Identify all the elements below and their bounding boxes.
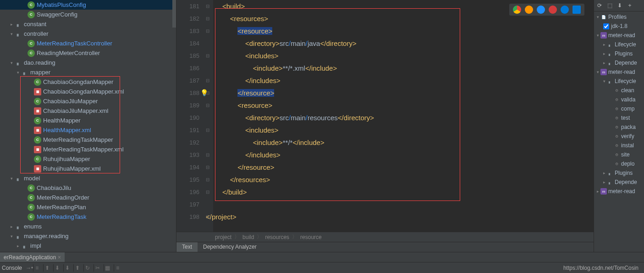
- maven-toolbar: ⟳ ⬚ ⬇ +: [594, 0, 644, 11]
- tree-item-label: ChaobiaoJiluMapper.xml: [43, 107, 108, 114]
- tree-item[interactable]: ▦RuhujihuaMapper.xml: [0, 164, 176, 173]
- maven-item-label: test: [621, 115, 630, 121]
- tree-item[interactable]: ▦ChaobiaoJiluMapper.xml: [0, 106, 176, 116]
- maven-tree-item[interactable]: ▾▖Lifecycle: [594, 77, 644, 86]
- maven-profiles-node[interactable]: ▾📄Profiles: [594, 12, 644, 22]
- console-icon[interactable]: ↻: [83, 264, 91, 272]
- opera-icon[interactable]: [549, 6, 557, 14]
- tree-item[interactable]: CRuhujihuaMapper: [0, 154, 176, 164]
- maven-tree-item[interactable]: ▸mmeter-read: [594, 187, 644, 196]
- console-icon[interactable]: ⬇: [63, 264, 71, 272]
- tree-item[interactable]: CMeterReadingTaskController: [0, 39, 176, 48]
- tree-item[interactable]: ▾▖manager.reading: [0, 231, 176, 241]
- tree-item[interactable]: CMeterReadingTaskMapper: [0, 135, 176, 145]
- gear-icon: ⚙: [613, 96, 620, 103]
- maven-tree-item[interactable]: ▸▖Depende: [594, 58, 644, 67]
- download-icon[interactable]: ⬇: [616, 2, 623, 9]
- tree-item[interactable]: CMeterReadingTask: [0, 212, 176, 222]
- xml-file-icon: ▦: [34, 127, 41, 134]
- tree-item[interactable]: ▦HealthMapper.xml: [0, 125, 176, 135]
- tree-item[interactable]: CMeterReadingPlan: [0, 202, 176, 212]
- maven-tree-item[interactable]: ⚙verify: [594, 132, 644, 141]
- tree-item[interactable]: CChaobiaoJiluMapper: [0, 96, 176, 106]
- add-icon[interactable]: +: [626, 2, 633, 9]
- refresh-icon[interactable]: ⟳: [596, 2, 603, 9]
- safari-icon[interactable]: [537, 6, 545, 14]
- generate-sources-icon[interactable]: ⬚: [606, 2, 613, 9]
- maven-tree-item[interactable]: ⚙test: [594, 113, 644, 123]
- tree-item[interactable]: ▾▖controller: [0, 29, 176, 39]
- maven-tree-item[interactable]: ▾mmeter-read: [594, 31, 644, 40]
- class-icon: C: [34, 156, 41, 163]
- console-icon[interactable]: ✂: [94, 264, 101, 272]
- edge-icon[interactable]: [572, 6, 581, 14]
- tree-item[interactable]: CChaobiaoJilu: [0, 183, 176, 193]
- maven-tree-item[interactable]: ⚙deplo: [594, 159, 644, 168]
- maven-panel[interactable]: ⟳ ⬚ ⬇ + ▾📄Profiles jdk-1.8 ▾mmeter-read▸…: [594, 0, 644, 252]
- run-configuration-tab[interactable]: erReadingApplication ×: [0, 252, 65, 262]
- breadcrumb-item[interactable]: project: [213, 234, 233, 240]
- maven-tree-item[interactable]: ▸▖Plugins: [594, 49, 644, 58]
- ie-icon[interactable]: [561, 6, 569, 14]
- fold-gutter[interactable]: ⊟ ⊟ ⊟ ⊟ ⊟ ⊟ ⊟ ⊟ ⊟ ⊟ ⊟ ⊟ ⊟: [204, 0, 213, 232]
- close-icon[interactable]: ×: [58, 254, 61, 261]
- maven-tree-item[interactable]: ⚙instal: [594, 141, 644, 150]
- maven-tree-item[interactable]: ▸▖Depende: [594, 178, 644, 187]
- breadcrumb-item[interactable]: build: [241, 234, 256, 240]
- tree-item[interactable]: ▾▖dao.reading: [0, 58, 176, 67]
- tree-item[interactable]: CSwaggerConfig: [0, 10, 176, 19]
- folder-icon: ▖: [607, 50, 613, 57]
- console-icon[interactable]: ▦: [104, 264, 111, 272]
- maven-module-icon: m: [600, 32, 607, 39]
- xml-file-icon: ▦: [34, 165, 41, 173]
- tree-item[interactable]: ▾▖mapper: [0, 67, 176, 77]
- gear-icon: ⚙: [613, 115, 620, 121]
- scrollbar-thumb[interactable]: [172, 0, 176, 28]
- code-editor[interactable]: <build> <resources> <resource> <director…: [213, 0, 594, 232]
- firefox-icon[interactable]: [525, 6, 533, 14]
- tree-item[interactable]: CHealthMapper: [0, 116, 176, 125]
- tree-item[interactable]: ▾▖model: [0, 173, 176, 183]
- maven-tree-item[interactable]: ⚙packa: [594, 123, 644, 132]
- console-icon[interactable]: ⬇: [53, 264, 61, 272]
- intention-bulb-icon[interactable]: 💡: [200, 87, 208, 99]
- console-icon[interactable]: ≡: [33, 264, 40, 272]
- tab-text[interactable]: Text: [176, 242, 198, 252]
- console-label: Console: [2, 265, 26, 271]
- breadcrumb-item[interactable]: resources: [263, 234, 291, 240]
- tree-item[interactable]: ▸▖constant: [0, 19, 176, 29]
- tree-item[interactable]: ▦MeterReadingTaskMapper.xml: [0, 145, 176, 154]
- console-icon[interactable]: ⬆: [73, 264, 81, 272]
- gear-icon: ⚙: [613, 106, 620, 112]
- tree-item-label: MeterReadingOrder: [37, 194, 89, 201]
- tree-item[interactable]: ▸▖impl: [0, 241, 176, 251]
- maven-tree-item[interactable]: ▸▖Plugins: [594, 168, 644, 178]
- folder-icon: ▖: [15, 21, 22, 28]
- tree-item[interactable]: CChaobiaoGongdanMapper: [0, 77, 176, 87]
- maven-tree-item[interactable]: ▸▖Lifecycle: [594, 40, 644, 49]
- project-tree-panel[interactable]: CMybatisPlusConfigCSwaggerConfig▸▖consta…: [0, 0, 176, 252]
- maven-profile-jdk[interactable]: jdk-1.8: [594, 22, 644, 31]
- console-icon[interactable]: ⬆: [43, 264, 50, 272]
- tree-item-label: HealthMapper.xml: [43, 127, 91, 134]
- tree-item[interactable]: CMybatisPlusConfig: [0, 0, 176, 10]
- maven-tree-item[interactable]: ⚙valida: [594, 95, 644, 104]
- class-icon: C: [34, 136, 41, 144]
- maven-item-label: valida: [621, 96, 635, 103]
- tree-item[interactable]: ▸▖enums: [0, 222, 176, 231]
- profile-checkbox[interactable]: [603, 23, 609, 29]
- maven-tree-item[interactable]: ⚙clean: [594, 86, 644, 95]
- tab-dependency-analyzer[interactable]: Dependency Analyzer: [198, 242, 262, 252]
- tree-item[interactable]: CMeterReadingOrder: [0, 193, 176, 202]
- breadcrumb-item[interactable]: resource: [298, 234, 324, 240]
- gear-icon: ⚙: [613, 142, 620, 149]
- console-icon[interactable]: ≡: [114, 264, 121, 272]
- run-tab-bar: erReadingApplication ×: [0, 252, 644, 262]
- maven-tree-item[interactable]: ▾mmeter-read: [594, 67, 644, 77]
- tree-item[interactable]: CReadingMeterController: [0, 48, 176, 58]
- tree-item[interactable]: ▦ChaobiaoGongdanMapper.xml: [0, 87, 176, 96]
- folder-icon: ▖: [607, 170, 613, 176]
- maven-tree-item[interactable]: ⚙site: [594, 150, 644, 159]
- maven-tree-item[interactable]: ⚙comp: [594, 104, 644, 113]
- chrome-icon[interactable]: [513, 6, 521, 14]
